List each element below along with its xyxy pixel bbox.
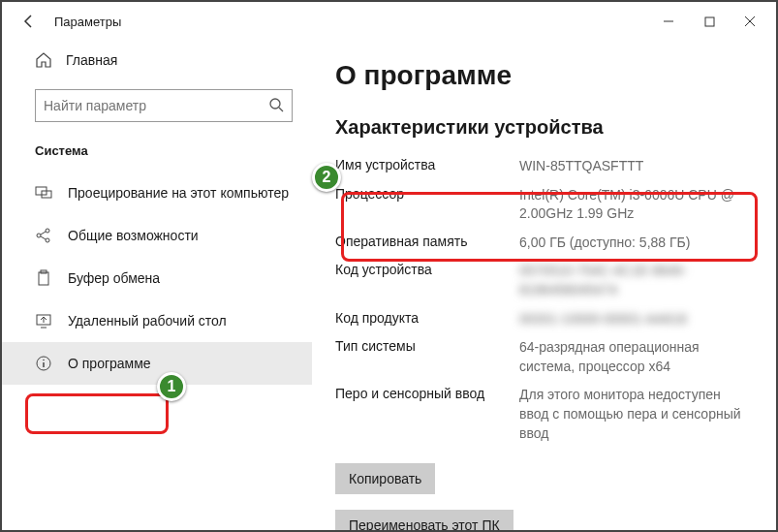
- search-box[interactable]: [35, 89, 293, 122]
- svg-line-10: [41, 236, 46, 239]
- spec-row-device-name: Имя устройства WIN-85TTQASFTTT: [335, 152, 749, 181]
- spec-label: Процессор: [335, 186, 519, 224]
- svg-line-9: [41, 232, 46, 235]
- remote-icon: [35, 312, 52, 329]
- section-title: Система: [2, 140, 312, 172]
- svg-rect-1: [705, 17, 714, 26]
- sidebar-item-label: О программе: [68, 356, 151, 371]
- svg-point-2: [270, 99, 280, 109]
- spec-value: WIN-85TTQASFTTT: [519, 157, 749, 176]
- sidebar-item-label: Проецирование на этот компьютер: [68, 185, 289, 201]
- minimize-button[interactable]: [648, 7, 689, 36]
- sidebar-item-remote[interactable]: Удаленный рабочий стол: [2, 299, 312, 342]
- spec-value: 00331-10000-00001-AA618: [519, 310, 749, 329]
- sidebar-item-about[interactable]: О программе: [2, 342, 312, 385]
- spec-row-system-type: Тип системы 64-разрядная операционная си…: [335, 333, 749, 381]
- svg-line-3: [279, 108, 283, 111]
- spec-value: Intel(R) Core(TM) i3-6006U CPU @ 2.00GHz…: [519, 186, 749, 224]
- content-pane: О программе Характеристики устройства Им…: [312, 41, 776, 530]
- spec-label: Оперативная память: [335, 234, 519, 253]
- svg-rect-11: [39, 272, 48, 285]
- spec-value: 64-разрядная операционная система, проце…: [519, 338, 749, 376]
- spec-label: Код продукта: [335, 310, 519, 329]
- svg-point-6: [37, 234, 41, 237]
- svg-point-8: [46, 238, 49, 242]
- spec-row-ram: Оперативная память 6,00 ГБ (доступно: 5,…: [335, 229, 749, 258]
- callout-2: 2: [312, 163, 341, 192]
- sidebar-item-label: Буфер обмена: [68, 270, 160, 286]
- section-heading: Характеристики устройства: [335, 116, 749, 139]
- close-button[interactable]: [730, 7, 770, 36]
- sidebar: Главная Система Проецирование на этот ко…: [2, 41, 312, 530]
- home-link[interactable]: Главная: [2, 41, 312, 79]
- rename-pc-button[interactable]: Переименовать этот ПК: [335, 510, 513, 530]
- settings-window: Параметры Главная: [0, 0, 778, 532]
- spec-row-processor: Процессор Intel(R) Core(TM) i3-6006U CPU…: [335, 181, 749, 229]
- sidebar-item-project[interactable]: Проецирование на этот компьютер: [2, 172, 312, 214]
- back-button[interactable]: [17, 10, 41, 33]
- titlebar: Параметры: [2, 2, 776, 41]
- maximize-button[interactable]: [689, 7, 730, 36]
- spec-value: 0570510-754C-4C1E-9649-8196456045474: [519, 262, 749, 299]
- spec-label: Имя устройства: [335, 157, 519, 176]
- spec-label: Код устройства: [335, 262, 519, 299]
- window-controls: [648, 7, 770, 36]
- sidebar-item-clipboard[interactable]: Буфер обмена: [2, 257, 312, 299]
- spec-row-product-id: Код продукта 00331-10000-00001-AA618: [335, 305, 749, 334]
- home-icon: [35, 51, 52, 69]
- sidebar-item-shared[interactable]: Общие возможности: [2, 214, 312, 257]
- search-input[interactable]: [44, 98, 268, 113]
- shared-icon: [35, 227, 52, 244]
- svg-point-7: [46, 229, 49, 233]
- sidebar-item-label: Общие возможности: [68, 228, 199, 243]
- clipboard-icon: [35, 269, 52, 287]
- sidebar-item-label: Удаленный рабочий стол: [68, 313, 227, 329]
- spec-value: Для этого монитора недоступен ввод с пом…: [519, 386, 749, 443]
- callout-1: 1: [157, 372, 186, 401]
- project-icon: [35, 184, 52, 202]
- home-label: Главная: [66, 52, 117, 68]
- copy-button[interactable]: Копировать: [335, 463, 435, 494]
- spec-row-device-id: Код устройства 0570510-754C-4C1E-9649-81…: [335, 257, 749, 304]
- page-title: О программе: [335, 60, 749, 91]
- window-title: Параметры: [54, 15, 121, 29]
- search-icon: [268, 97, 284, 115]
- spec-label: Перо и сенсорный ввод: [335, 386, 519, 443]
- spec-value: 6,00 ГБ (доступно: 5,88 ГБ): [519, 234, 749, 253]
- spec-label: Тип системы: [335, 338, 519, 376]
- spec-row-pen-touch: Перо и сенсорный ввод Для этого монитора…: [335, 381, 749, 448]
- svg-point-17: [43, 360, 45, 361]
- info-icon: [35, 355, 52, 372]
